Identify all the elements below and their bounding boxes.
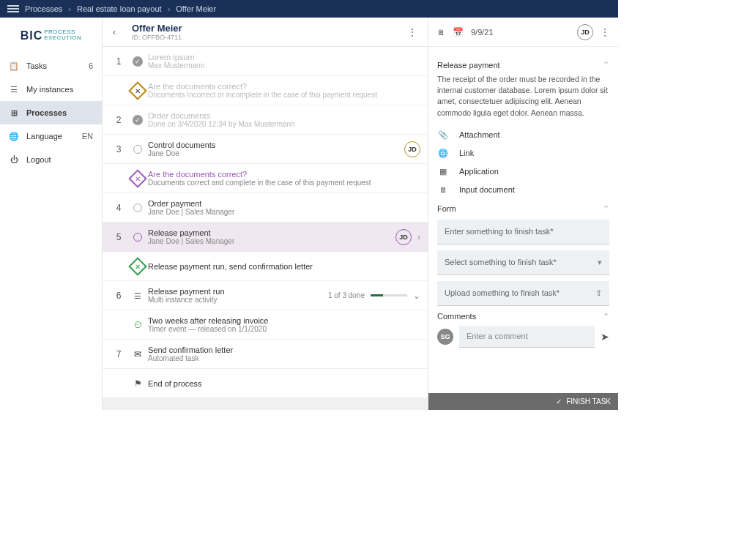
steps-list: 1 Lorem ipsum Max Mustermann ✕ Are the d… <box>103 47 428 410</box>
detail-body: Release payment ⌃ The receipt of the ord… <box>428 47 618 393</box>
progress-label: 1 of 3 done <box>328 291 365 299</box>
globe-icon: 🌐 <box>437 149 449 158</box>
caret-down-icon: ▾ <box>598 258 602 267</box>
breadcrumb-2[interactable]: Real estate loan payout <box>77 4 162 13</box>
nav-label: Logout <box>26 155 51 164</box>
circle-icon <box>133 145 142 154</box>
form-section-label: Form <box>437 204 456 213</box>
detail-panel: 📅 9/9/21 JD ⋮ Release payment ⌃ The rece… <box>428 18 618 410</box>
section-title: Release payment <box>437 61 500 70</box>
tasks-count: 6 <box>89 61 93 70</box>
main-area: BICPROCESSEXECUTION 📋 Tasks 6 ☰ My insta… <box>0 18 618 410</box>
step-7[interactable]: 7 Send confirmation letter Automated tas… <box>103 340 428 369</box>
multi-instance-icon <box>134 291 141 301</box>
power-icon: ⏻ <box>9 154 19 165</box>
document-icon: 🗎 <box>437 185 449 194</box>
flag-icon <box>134 378 142 389</box>
avatar: JD <box>395 229 412 245</box>
breadcrumb-bar: Processes › Real estate loan payout › Of… <box>0 0 618 18</box>
sidebar-item-processes[interactable]: ⊞ Processes <box>0 101 102 124</box>
nav-label: Processes <box>26 108 67 117</box>
breadcrumb-3[interactable]: Offer Meier <box>176 4 216 13</box>
nav: 📋 Tasks 6 ☰ My instances ⊞ Processes 🌐 L… <box>0 54 102 171</box>
info-attachment[interactable]: 📎 Attachment <box>437 126 609 144</box>
collapse-icon[interactable]: ⌃ <box>603 312 609 321</box>
detail-header: 📅 9/9/21 JD ⋮ <box>428 18 618 47</box>
circle-icon <box>133 204 142 212</box>
check-icon <box>133 115 143 125</box>
app-shell: Processes › Real estate loan payout › Of… <box>0 0 618 410</box>
chevron-right-icon: › <box>168 4 171 13</box>
avatar[interactable]: JD <box>577 24 593 40</box>
mail-icon <box>134 349 141 359</box>
chevron-right-icon: › <box>417 232 420 242</box>
circle-icon <box>133 233 142 242</box>
menu-icon[interactable] <box>7 5 19 12</box>
diamond-icon: ✕ <box>128 169 146 187</box>
sitemap-icon: ⊞ <box>9 108 19 118</box>
select-input[interactable]: Select something to finish task* ▾ <box>437 250 609 275</box>
clipboard-icon: 📋 <box>9 61 19 71</box>
page-subtitle: ID: OFFBO-4711 <box>132 34 182 41</box>
avatar: SG <box>437 329 453 345</box>
gateway-1[interactable]: ✕ Are the documents correct? Documents I… <box>103 76 428 105</box>
more-menu-button[interactable]: ⋮ <box>407 26 417 38</box>
center-panel: ‹ Offer Meier ID: OFFBO-4711 ⋮ 1 Lorem i… <box>103 18 428 410</box>
sidebar-item-tasks[interactable]: 📋 Tasks 6 <box>0 54 102 78</box>
text-input[interactable]: Enter something to finish task* <box>437 220 609 244</box>
timer-event[interactable]: Two weeks after releasing invoice Timer … <box>103 310 428 340</box>
info-link[interactable]: 🌐 Link <box>437 144 609 163</box>
calendar-icon: 📅 <box>453 27 464 37</box>
send-button[interactable]: ➤ <box>601 331 609 343</box>
comment-input[interactable]: Enter a comment <box>459 326 595 348</box>
nav-label: My instances <box>26 85 73 94</box>
step-3[interactable]: 3 Control documents Jane Doe JD <box>103 135 428 164</box>
progress-bar <box>371 294 407 296</box>
sidebar-item-language[interactable]: 🌐 Language EN <box>0 124 102 148</box>
end-of-process: End of process <box>103 369 428 398</box>
diamond-icon: ✕ <box>128 81 146 100</box>
timer-icon <box>133 319 143 330</box>
collapse-icon[interactable]: ⌃ <box>603 60 609 70</box>
info-application[interactable]: ▦ Application <box>437 163 609 181</box>
upload-icon: ⇧ <box>595 288 602 298</box>
chevron-right-icon: › <box>68 4 71 13</box>
step-6[interactable]: 6 Release payment run Multi instance act… <box>103 281 428 310</box>
description-text: The receipt of the order must be recorde… <box>437 74 609 119</box>
page-title: Offer Meier <box>132 23 182 34</box>
lang-badge: EN <box>82 132 93 141</box>
document-icon[interactable] <box>437 27 445 37</box>
back-button[interactable]: ‹ <box>113 27 127 37</box>
gateway-3[interactable]: ✕ Release payment run, send confirmation… <box>103 252 428 281</box>
attachment-icon: 📎 <box>437 130 449 140</box>
info-input-document[interactable]: 🗎 Input document <box>437 181 609 198</box>
sidebar-item-instances[interactable]: ☰ My instances <box>0 78 102 101</box>
diamond-icon: ✕ <box>128 257 146 275</box>
upload-input[interactable]: Upload something to finish task* ⇧ <box>437 281 609 306</box>
finish-task-button[interactable]: ✓ FINISH TASK <box>428 393 618 410</box>
comments-section-label: Comments <box>437 312 476 321</box>
globe-icon: 🌐 <box>9 131 19 141</box>
apps-icon: ▦ <box>437 167 449 176</box>
logo-main: BIC <box>21 29 43 42</box>
list-icon: ☰ <box>9 84 19 94</box>
more-menu-button[interactable]: ⋮ <box>601 27 609 37</box>
gateway-2[interactable]: ✕ Are the documents correct? Documents c… <box>103 164 428 193</box>
step-2[interactable]: 2 Order documents Done on 3/4/2020 12:34… <box>103 105 428 135</box>
center-header: ‹ Offer Meier ID: OFFBO-4711 ⋮ <box>103 18 428 47</box>
collapse-icon[interactable]: ⌃ <box>603 204 609 214</box>
chevron-down-icon[interactable]: ⌄ <box>413 291 420 301</box>
check-icon <box>133 56 143 67</box>
logo-sub: PROCESSEXECUTION <box>44 29 81 41</box>
nav-label: Language <box>26 132 62 141</box>
avatar: JD <box>404 141 420 157</box>
step-4[interactable]: 4 Order payment Jane Doe | Sales Manager <box>103 193 428 223</box>
detail-date: 9/9/21 <box>471 28 494 37</box>
step-5-current[interactable]: 5 Release payment Jane Doe | Sales Manag… <box>103 223 428 252</box>
step-1[interactable]: 1 Lorem ipsum Max Mustermann <box>103 47 428 76</box>
logo: BICPROCESSEXECUTION <box>0 18 102 54</box>
sidebar-item-logout[interactable]: ⏻ Logout <box>0 148 102 171</box>
nav-label: Tasks <box>26 61 47 70</box>
sidebar: BICPROCESSEXECUTION 📋 Tasks 6 ☰ My insta… <box>0 18 103 410</box>
breadcrumb-1[interactable]: Processes <box>25 4 62 13</box>
